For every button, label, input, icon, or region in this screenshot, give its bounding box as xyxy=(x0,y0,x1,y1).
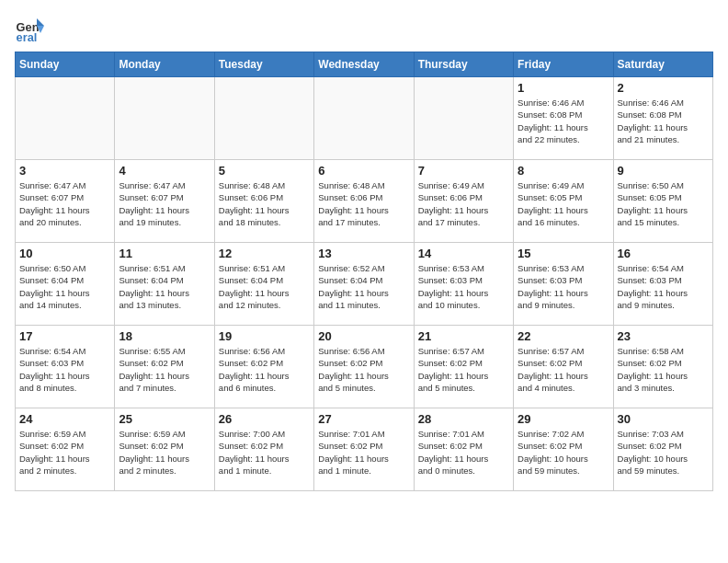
day-info: Sunrise: 6:46 AMSunset: 6:08 PMDaylight:… xyxy=(518,97,609,145)
day-cell: 16Sunrise: 6:54 AMSunset: 6:03 PMDayligh… xyxy=(613,243,712,326)
day-info: Sunrise: 6:51 AMSunset: 6:04 PMDaylight:… xyxy=(119,262,210,311)
day-info: Sunrise: 6:57 AMSunset: 6:02 PMDaylight:… xyxy=(418,345,509,394)
day-info: Sunrise: 6:49 AMSunset: 6:05 PMDaylight:… xyxy=(518,179,609,228)
page-header: Gen eral xyxy=(15,15,713,44)
col-header-monday: Monday xyxy=(115,52,214,77)
day-cell: 28Sunrise: 7:01 AMSunset: 6:02 PMDayligh… xyxy=(414,408,513,491)
day-number: 19 xyxy=(219,329,310,343)
day-cell: 25Sunrise: 6:59 AMSunset: 6:02 PMDayligh… xyxy=(115,408,214,491)
day-number: 6 xyxy=(318,164,409,178)
day-number: 23 xyxy=(618,329,709,343)
day-number: 17 xyxy=(19,329,110,343)
day-info: Sunrise: 6:53 AMSunset: 6:03 PMDaylight:… xyxy=(518,262,609,311)
day-number: 12 xyxy=(219,247,310,260)
week-row-1: 1Sunrise: 6:46 AMSunset: 6:08 PMDaylight… xyxy=(16,77,713,160)
day-number: 20 xyxy=(318,329,409,343)
day-info: Sunrise: 6:52 AMSunset: 6:04 PMDaylight:… xyxy=(318,262,409,311)
day-cell: 23Sunrise: 6:58 AMSunset: 6:02 PMDayligh… xyxy=(613,326,712,408)
day-cell: 3Sunrise: 6:47 AMSunset: 6:07 PMDaylight… xyxy=(16,160,115,243)
day-info: Sunrise: 6:57 AMSunset: 6:02 PMDaylight:… xyxy=(518,345,609,394)
day-cell: 12Sunrise: 6:51 AMSunset: 6:04 PMDayligh… xyxy=(214,243,313,326)
day-cell: 7Sunrise: 6:49 AMSunset: 6:06 PMDaylight… xyxy=(414,160,513,243)
day-number: 10 xyxy=(19,247,110,260)
day-info: Sunrise: 6:46 AMSunset: 6:08 PMDaylight:… xyxy=(618,97,709,145)
day-cell: 4Sunrise: 6:47 AMSunset: 6:07 PMDaylight… xyxy=(115,160,214,243)
day-number: 1 xyxy=(518,81,609,95)
day-cell: 18Sunrise: 6:55 AMSunset: 6:02 PMDayligh… xyxy=(115,326,214,408)
day-info: Sunrise: 6:59 AMSunset: 6:02 PMDaylight:… xyxy=(19,428,110,477)
col-header-tuesday: Tuesday xyxy=(214,52,313,77)
day-cell: 30Sunrise: 7:03 AMSunset: 6:02 PMDayligh… xyxy=(613,408,712,491)
day-number: 7 xyxy=(418,164,509,178)
day-info: Sunrise: 6:54 AMSunset: 6:03 PMDaylight:… xyxy=(618,262,709,311)
day-cell: 1Sunrise: 6:46 AMSunset: 6:08 PMDaylight… xyxy=(514,77,613,160)
day-number: 15 xyxy=(518,247,609,260)
day-number: 30 xyxy=(618,412,709,426)
day-cell: 21Sunrise: 6:57 AMSunset: 6:02 PMDayligh… xyxy=(414,326,513,408)
day-cell: 13Sunrise: 6:52 AMSunset: 6:04 PMDayligh… xyxy=(314,243,414,326)
day-number: 27 xyxy=(318,412,409,426)
day-info: Sunrise: 6:47 AMSunset: 6:07 PMDaylight:… xyxy=(119,179,210,228)
header-row: SundayMondayTuesdayWednesdayThursdayFrid… xyxy=(16,52,713,77)
day-number: 14 xyxy=(418,247,509,260)
day-number: 25 xyxy=(119,412,210,426)
week-row-5: 24Sunrise: 6:59 AMSunset: 6:02 PMDayligh… xyxy=(16,408,713,491)
day-number: 24 xyxy=(19,412,110,426)
day-number: 11 xyxy=(119,247,210,260)
day-info: Sunrise: 6:49 AMSunset: 6:06 PMDaylight:… xyxy=(418,179,509,228)
week-row-2: 3Sunrise: 6:47 AMSunset: 6:07 PMDaylight… xyxy=(16,160,713,243)
day-info: Sunrise: 6:59 AMSunset: 6:02 PMDaylight:… xyxy=(119,428,210,477)
day-number: 21 xyxy=(418,329,509,343)
day-info: Sunrise: 7:02 AMSunset: 6:02 PMDaylight:… xyxy=(518,428,609,477)
day-info: Sunrise: 7:00 AMSunset: 6:02 PMDaylight:… xyxy=(219,428,310,477)
day-number: 28 xyxy=(418,412,509,426)
day-number: 13 xyxy=(318,247,409,260)
day-number: 5 xyxy=(219,164,310,178)
day-cell: 19Sunrise: 6:56 AMSunset: 6:02 PMDayligh… xyxy=(214,326,313,408)
col-header-saturday: Saturday xyxy=(613,52,712,77)
week-row-3: 10Sunrise: 6:50 AMSunset: 6:04 PMDayligh… xyxy=(16,243,713,326)
day-info: Sunrise: 6:58 AMSunset: 6:02 PMDaylight:… xyxy=(618,345,709,394)
day-info: Sunrise: 6:54 AMSunset: 6:03 PMDaylight:… xyxy=(19,345,110,394)
day-cell: 6Sunrise: 6:48 AMSunset: 6:06 PMDaylight… xyxy=(314,160,414,243)
day-cell: 17Sunrise: 6:54 AMSunset: 6:03 PMDayligh… xyxy=(16,326,115,408)
svg-text:eral: eral xyxy=(17,30,38,44)
day-info: Sunrise: 6:53 AMSunset: 6:03 PMDaylight:… xyxy=(418,262,509,311)
day-cell: 15Sunrise: 6:53 AMSunset: 6:03 PMDayligh… xyxy=(514,243,613,326)
day-info: Sunrise: 6:48 AMSunset: 6:06 PMDaylight:… xyxy=(219,179,310,228)
logo: Gen eral xyxy=(15,15,48,44)
day-cell: 29Sunrise: 7:02 AMSunset: 6:02 PMDayligh… xyxy=(514,408,613,491)
day-cell xyxy=(314,77,414,160)
day-cell: 26Sunrise: 7:00 AMSunset: 6:02 PMDayligh… xyxy=(214,408,313,491)
day-cell: 24Sunrise: 6:59 AMSunset: 6:02 PMDayligh… xyxy=(16,408,115,491)
day-cell: 8Sunrise: 6:49 AMSunset: 6:05 PMDaylight… xyxy=(514,160,613,243)
day-cell xyxy=(414,77,513,160)
day-number: 4 xyxy=(119,164,210,178)
day-cell: 22Sunrise: 6:57 AMSunset: 6:02 PMDayligh… xyxy=(514,326,613,408)
day-cell: 20Sunrise: 6:56 AMSunset: 6:02 PMDayligh… xyxy=(314,326,414,408)
day-info: Sunrise: 7:03 AMSunset: 6:02 PMDaylight:… xyxy=(618,428,709,477)
day-number: 26 xyxy=(219,412,310,426)
day-number: 22 xyxy=(518,329,609,343)
day-info: Sunrise: 6:48 AMSunset: 6:06 PMDaylight:… xyxy=(318,179,409,228)
day-cell: 27Sunrise: 7:01 AMSunset: 6:02 PMDayligh… xyxy=(314,408,414,491)
day-info: Sunrise: 6:56 AMSunset: 6:02 PMDaylight:… xyxy=(219,345,310,394)
week-row-4: 17Sunrise: 6:54 AMSunset: 6:03 PMDayligh… xyxy=(16,326,713,408)
day-info: Sunrise: 6:50 AMSunset: 6:04 PMDaylight:… xyxy=(19,262,110,311)
calendar-table: SundayMondayTuesdayWednesdayThursdayFrid… xyxy=(15,52,713,491)
day-number: 9 xyxy=(618,164,709,178)
day-info: Sunrise: 6:50 AMSunset: 6:05 PMDaylight:… xyxy=(618,179,709,228)
day-cell: 14Sunrise: 6:53 AMSunset: 6:03 PMDayligh… xyxy=(414,243,513,326)
day-number: 3 xyxy=(19,164,110,178)
col-header-wednesday: Wednesday xyxy=(314,52,414,77)
logo-icon: Gen eral xyxy=(15,15,44,44)
col-header-thursday: Thursday xyxy=(414,52,513,77)
svg-marker-2 xyxy=(37,18,44,26)
day-info: Sunrise: 6:55 AMSunset: 6:02 PMDaylight:… xyxy=(119,345,210,394)
day-cell: 10Sunrise: 6:50 AMSunset: 6:04 PMDayligh… xyxy=(16,243,115,326)
day-info: Sunrise: 6:51 AMSunset: 6:04 PMDaylight:… xyxy=(219,262,310,311)
day-cell: 9Sunrise: 6:50 AMSunset: 6:05 PMDaylight… xyxy=(613,160,712,243)
col-header-sunday: Sunday xyxy=(16,52,115,77)
day-cell xyxy=(16,77,115,160)
day-info: Sunrise: 6:47 AMSunset: 6:07 PMDaylight:… xyxy=(19,179,110,228)
